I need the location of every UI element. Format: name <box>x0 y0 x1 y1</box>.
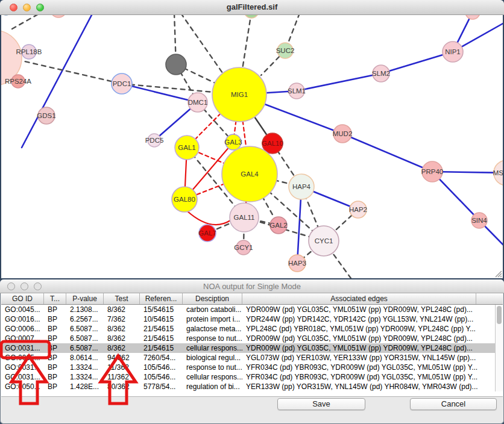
column-header-P-value[interactable]: P-value <box>66 293 104 304</box>
table-cell: carbon cataboli... <box>183 305 242 314</box>
edge-dashed-15[interactable] <box>12 15 40 29</box>
node-DMC1[interactable] <box>188 93 207 112</box>
table-cell: 7/362 <box>104 314 140 324</box>
table-cell: BP <box>44 324 66 334</box>
table-cell: 8/362 <box>104 343 140 353</box>
table-cell: 6.5087... <box>66 324 104 334</box>
node-SIN4[interactable] <box>471 213 487 228</box>
node-HAP2[interactable] <box>350 201 367 218</box>
noa-window-titlebar[interactable]: NOA output for Single Mode <box>0 279 504 293</box>
node-GAL3[interactable] <box>225 134 241 150</box>
table-cell: 1.3324... <box>66 363 104 372</box>
table-row-1[interactable]: GO:0016...BP6.2567...7/36210/54615protei… <box>1 314 503 324</box>
table-row-2[interactable]: GO:0006...BP6.5087...8/36221/54615galact… <box>1 324 503 334</box>
table-row-4[interactable]: GO:0031...BP6.5087...8/36221/54615cellul… <box>1 343 503 353</box>
graph-window-title: galFiltered.sif <box>0 2 504 11</box>
column-header-T...[interactable]: T... <box>44 293 66 304</box>
node-SLM1[interactable] <box>289 83 304 99</box>
table-cell: GO:0031... <box>1 343 44 353</box>
node-SUC2[interactable] <box>277 43 293 58</box>
nodes-layer: RPL18BRPS24AGDS1PDC1DMC1MIG1SUC2SLM1SLM2… <box>1 15 503 272</box>
noa-window: NOA output for Single Mode GO IDT...P-va… <box>0 279 504 424</box>
node-GAL80[interactable] <box>172 187 197 212</box>
table-cell: 2.1308... <box>66 305 104 314</box>
node-RPS24A[interactable] <box>11 75 25 88</box>
table-cell: YDR009W (pd) YGL035C, YML051W (pp) YDR00… <box>242 343 503 353</box>
table-cell: BP <box>44 334 66 343</box>
edge-blue-4[interactable] <box>297 73 381 91</box>
table-cell: response to nut... <box>183 334 242 343</box>
table-row-6[interactable]: GO:0031...BP1.3324...11/362105/546...res… <box>1 363 503 372</box>
table-row-5[interactable]: GO:0065...BP8.0614...94/3627260/54...bio… <box>1 353 503 363</box>
table-cell: 1.3324... <box>66 372 104 382</box>
column-header-Associated edges[interactable]: Associated edges <box>242 293 476 304</box>
column-header-Test[interactable]: Test <box>104 293 140 304</box>
node-PDC1[interactable] <box>112 73 132 94</box>
table-cell: GO:0065... <box>1 353 44 363</box>
vertical-scrollbar[interactable] <box>495 305 503 391</box>
edge-blue-5[interactable] <box>381 52 453 73</box>
node-cut-pink-right[interactable] <box>465 15 480 19</box>
edge-red-43[interactable] <box>187 211 230 225</box>
table-cell: 5778/54... <box>140 382 183 391</box>
edge-dashed-22[interactable] <box>242 15 251 69</box>
node-GAL4[interactable] <box>222 146 277 202</box>
table-cell: response to nut... <box>183 363 242 372</box>
node-GAL10[interactable] <box>262 133 283 154</box>
column-header-filler[interactable] <box>476 293 503 304</box>
table-cell: YDR009W (pd) YGL035C, YML051W (pp) YDR00… <box>242 305 503 314</box>
table-row-3[interactable]: GO:0007...BP6.5087...8/36221/54615respon… <box>1 334 503 343</box>
column-header-Desciption[interactable]: Desciption <box>183 293 242 304</box>
column-header-GO ID[interactable]: GO ID <box>1 293 44 304</box>
edge-dashed-16[interactable] <box>17 60 122 84</box>
node-GDS1[interactable] <box>38 107 55 124</box>
node-MIG1[interactable] <box>212 67 266 122</box>
node-GAL11[interactable] <box>230 203 259 232</box>
results-table: GO IDT...P-valueTestReferen...Desciption… <box>1 293 503 396</box>
node-PRP40[interactable] <box>422 161 443 182</box>
table-cell: BP <box>44 363 66 372</box>
table-row-8[interactable]: GO:0050...BP1.428E...80/3625778/54...reg… <box>1 382 503 391</box>
table-body: GO:0045...BP2.1308...8/36215/54615carbon… <box>1 305 503 391</box>
scrollbar-thumb[interactable] <box>497 306 502 324</box>
node-RPL18B[interactable] <box>22 45 36 59</box>
node-GAL2[interactable] <box>270 217 287 234</box>
graph-window: galFiltered.sif RPL18BRPS24AGDS1PDC1DMC1… <box>0 0 504 278</box>
node-MSN[interactable] <box>494 160 503 186</box>
node-GAL7[interactable] <box>199 225 216 242</box>
column-header-Referen...[interactable]: Referen... <box>140 293 183 304</box>
node-cut-pink-left[interactable] <box>51 15 66 17</box>
edge-blue-9[interactable] <box>342 134 432 172</box>
table-cell: 21/54615 <box>140 324 183 334</box>
table-cell: YFR034C (pd) YBR093C, YDR009W (pd) YGL03… <box>242 363 503 372</box>
table-cell: 6.5087... <box>66 343 104 353</box>
table-cell: 15/54615 <box>140 305 183 314</box>
node-PDC5[interactable] <box>148 134 161 147</box>
node-CYC1[interactable] <box>309 226 339 256</box>
node-HAP4[interactable] <box>289 174 314 199</box>
node-gray-node[interactable] <box>166 54 186 75</box>
node-cut-green-top[interactable] <box>244 15 259 18</box>
edge-blue-0[interactable] <box>22 15 92 148</box>
cancel-button[interactable]: Cancel <box>410 398 497 410</box>
table-row-7[interactable]: GO:0031...BP1.3324...11/362105/546...cel… <box>1 372 503 382</box>
node-HAP3[interactable] <box>289 255 306 272</box>
node-NIP1[interactable] <box>443 42 463 62</box>
network-view[interactable]: RPL18BRPS24AGDS1PDC1DMC1MIG1SUC2SLM1SLM2… <box>1 15 503 278</box>
graph-window-titlebar[interactable]: galFiltered.sif <box>0 0 504 15</box>
table-cell: 11/362 <box>104 372 140 382</box>
table-row-0[interactable]: GO:0045...BP2.1308...8/36215/54615carbon… <box>1 305 503 314</box>
node-GAL1[interactable] <box>175 136 199 160</box>
table-cell: GO:0031... <box>1 372 44 382</box>
edge-dashed-21[interactable] <box>181 15 225 77</box>
table-cell: GO:0045... <box>1 305 44 314</box>
noa-window-title: NOA output for Single Mode <box>0 282 504 291</box>
graph-canvas[interactable]: RPL18BRPS24AGDS1PDC1DMC1MIG1SUC2SLM1SLM2… <box>1 15 503 278</box>
table-cell: GO:0050... <box>1 382 44 391</box>
resize-grip[interactable] <box>496 271 502 277</box>
node-MUD2[interactable] <box>333 125 351 143</box>
node-SLM2[interactable] <box>373 65 389 82</box>
table-header-row: GO IDT...P-valueTestReferen...Desciption… <box>1 293 503 305</box>
save-button[interactable]: Save <box>277 398 365 410</box>
node-GCY1[interactable] <box>236 240 251 255</box>
